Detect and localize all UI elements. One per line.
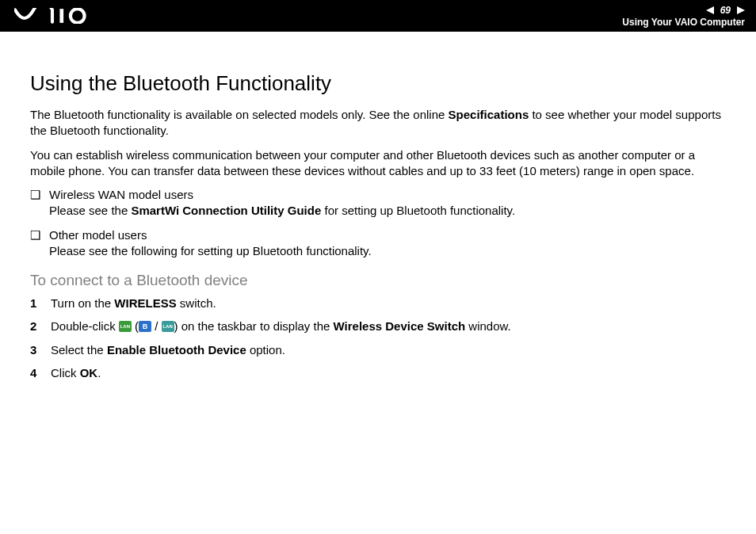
text: on the taskbar to display the <box>181 319 334 333</box>
prev-page-arrow-icon[interactable] <box>706 6 717 14</box>
step-body: Select the Enable Bluetooth Device optio… <box>51 342 285 358</box>
icon-label: LAN <box>162 323 172 330</box>
list-item: 3 Select the Enable Bluetooth Device opt… <box>30 342 727 358</box>
step-number: 2 <box>30 318 38 334</box>
bullet-body: Other model users Please see the followi… <box>49 227 372 260</box>
bullet-icon: ❑ <box>30 227 40 260</box>
svg-rect-0 <box>59 9 63 23</box>
vaio-logo <box>14 8 90 24</box>
step-number: 4 <box>30 365 38 381</box>
page-title: Using the Bluetooth Functionality <box>30 71 727 96</box>
page-number: 69 <box>720 5 731 16</box>
list-item: 1 Turn on the WIRELESS switch. <box>30 296 727 311</box>
taskbar-lan-icon: LAN <box>119 321 132 332</box>
text: ) <box>174 319 181 333</box>
bullet-head: Other model users <box>49 228 147 242</box>
text-bold: Enable Bluetooth Device <box>107 343 246 357</box>
next-page-arrow-icon[interactable] <box>734 6 745 14</box>
svg-marker-2 <box>706 6 714 14</box>
list-item: ❑ Wireless WAN model users Please see th… <box>30 187 727 219</box>
list-item: 4 Click OK. <box>30 365 727 381</box>
page-header: 69 Using Your VAIO Computer <box>0 0 756 32</box>
step-body: Click OK. <box>51 365 101 381</box>
taskbar-lan-off-icon: LAN <box>162 321 174 332</box>
page-content: Using the Bluetooth Functionality The Bl… <box>0 32 756 381</box>
text-bold: Wireless Device Switch <box>334 319 466 333</box>
intro-paragraph-1: The Bluetooth functionality is available… <box>30 107 727 139</box>
taskbar-bluetooth-icon: B <box>139 321 151 332</box>
bullet-body: Wireless WAN model users Please see the … <box>49 187 515 219</box>
subheading: To connect to a Bluetooth device <box>30 272 727 289</box>
intro-paragraph-2: You can establish wireless communication… <box>30 147 727 180</box>
steps-list: 1 Turn on the WIRELESS switch. 2 Double-… <box>30 296 727 381</box>
list-item: ❑ Other model users Please see the follo… <box>30 227 727 260</box>
svg-marker-3 <box>737 6 745 14</box>
text: Turn on the <box>51 296 114 310</box>
text: Double-click <box>51 319 119 333</box>
step-body: Turn on the WIRELESS switch. <box>51 296 216 311</box>
list-item: 2 Double-click LAN (B / LAN) on the task… <box>30 318 727 334</box>
text: . <box>97 366 101 380</box>
text: for setting up Bluetooth functionality. <box>321 204 515 217</box>
page-nav: 69 <box>706 5 745 16</box>
header-right: 69 Using Your VAIO Computer <box>622 5 745 28</box>
bullet-list: ❑ Wireless WAN model users Please see th… <box>30 187 727 259</box>
text-bold: Specifications <box>449 108 529 121</box>
bullet-icon: ❑ <box>30 187 40 219</box>
text: switch. <box>177 296 216 310</box>
header-section-title: Using Your VAIO Computer <box>622 17 745 28</box>
text-bold: SmartWi Connection Utility Guide <box>131 204 321 217</box>
vaio-logo-icon <box>14 8 90 24</box>
step-body: Double-click LAN (B / LAN) on the taskba… <box>51 318 511 334</box>
text: option. <box>246 343 285 357</box>
text-bold: OK <box>80 366 98 380</box>
icon-label: B <box>143 322 148 331</box>
text: Please see the following for setting up … <box>49 244 372 257</box>
bullet-head: Wireless WAN model users <box>49 188 193 201</box>
text-bold: WIRELESS <box>114 296 176 310</box>
text: Click <box>51 366 80 380</box>
text: The Bluetooth functionality is available… <box>30 108 449 121</box>
svg-point-1 <box>71 9 85 23</box>
icon-label: LAN <box>120 323 130 330</box>
step-number: 3 <box>30 342 38 358</box>
step-number: 1 <box>30 296 38 311</box>
text: Select the <box>51 343 107 357</box>
text: Please see the <box>49 204 131 217</box>
text: ( <box>132 319 139 333</box>
text: / <box>151 319 162 333</box>
text: window. <box>465 319 511 333</box>
